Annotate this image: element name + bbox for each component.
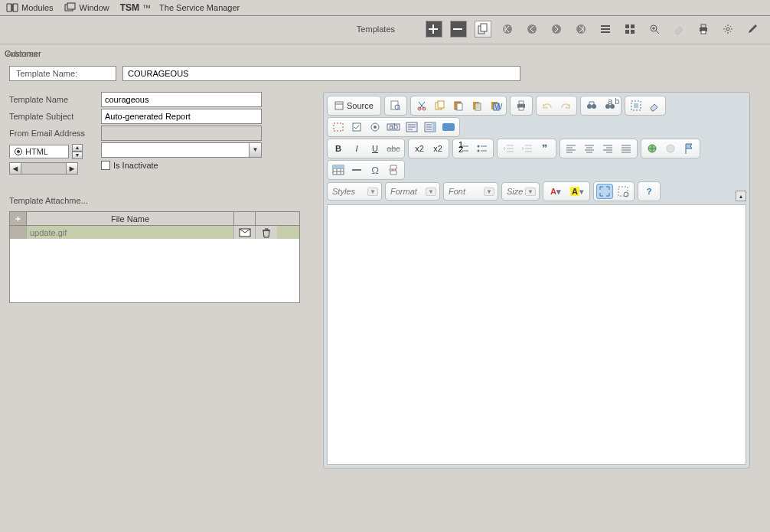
list-button[interactable] [597, 21, 614, 38]
erase-button[interactable] [670, 21, 687, 38]
ck-select-button[interactable] [422, 119, 439, 135]
copy-button[interactable] [475, 21, 491, 38]
svg-rect-18 [335, 102, 343, 109]
edit-button[interactable] [744, 21, 761, 38]
first-button[interactable] [499, 21, 516, 38]
ck-cut-button[interactable] [413, 98, 430, 113]
ck-anchor-button[interactable] [680, 141, 697, 156]
ck-align-justify-button[interactable] [618, 141, 635, 156]
print-button[interactable] [695, 21, 712, 38]
ck-subscript-button[interactable]: x2 [411, 141, 428, 156]
ck-special-button[interactable]: Ω [367, 162, 383, 178]
brand: TSM™ The Service Manager [120, 2, 240, 13]
ck-bgcolor-button[interactable]: A▾ [567, 184, 587, 199]
next-button[interactable] [548, 21, 565, 38]
h-scrollbar[interactable]: ◄► [9, 162, 101, 175]
brand-long: The Service Manager [159, 3, 240, 12]
ck-align-left-button[interactable] [563, 141, 579, 156]
format-html-option[interactable]: HTML [9, 145, 69, 158]
ck-strike-button[interactable]: abc [385, 141, 402, 156]
ck-checkbox-button[interactable] [348, 119, 365, 135]
ck-radio-button[interactable] [367, 119, 383, 135]
add-attachment-button[interactable]: ＋ [10, 212, 27, 225]
delete-button[interactable] [450, 21, 467, 38]
ck-unlink-button[interactable] [662, 141, 679, 156]
ck-selectall-button[interactable] [628, 98, 644, 113]
row-delete-button[interactable] [256, 226, 277, 239]
table-row[interactable]: update.gif [10, 226, 299, 239]
copy-icon [478, 24, 488, 34]
ck-maximize-button[interactable] [596, 184, 613, 199]
ck-link-button[interactable] [644, 141, 661, 156]
ck-underline-button[interactable]: U [367, 141, 383, 156]
col-file-name[interactable]: File Name [27, 212, 234, 225]
ck-preview-button[interactable] [387, 98, 404, 113]
ck-pagebreak-button[interactable] [385, 162, 402, 178]
ck-paste-button[interactable] [450, 98, 467, 113]
book-icon [6, 2, 18, 13]
last-button[interactable] [573, 21, 589, 38]
template-subject-input[interactable] [101, 109, 262, 124]
ck-form-button[interactable] [330, 119, 347, 135]
format-spinner[interactable]: ▲▼ [72, 144, 83, 159]
ck-undo-button[interactable] [539, 98, 556, 113]
template-name-header-label: Template Name: [9, 66, 116, 81]
ck-paste-text-button[interactable] [468, 98, 485, 113]
ck-quote-button[interactable]: ❞ [537, 141, 553, 156]
ck-format-select[interactable]: Format [385, 182, 440, 201]
ck-indent-button[interactable] [518, 141, 535, 156]
ck-superscript-button[interactable]: x2 [429, 141, 446, 156]
ck-textfield-button[interactable]: ab [385, 119, 402, 135]
svg-text:a b: a b [608, 96, 619, 106]
editor-canvas[interactable] [327, 204, 746, 465]
ck-table-button[interactable] [330, 162, 347, 178]
ck-font-select[interactable]: Font [443, 182, 498, 201]
grid-button[interactable] [622, 21, 638, 38]
menu-window[interactable]: Window [64, 2, 109, 13]
ck-align-right-button[interactable] [599, 141, 616, 156]
ck-find-button[interactable] [583, 98, 600, 113]
ck-replace-button[interactable]: a b [602, 98, 618, 113]
row-mail-button[interactable] [234, 226, 256, 239]
prev-button[interactable] [524, 21, 540, 38]
ck-styles-select[interactable]: Styles [327, 182, 382, 201]
replace-icon: a b [605, 100, 615, 111]
ck-showblocks-button[interactable] [615, 184, 631, 199]
ck-print-button[interactable] [513, 98, 530, 113]
ck-textcolor-button[interactable]: A▾ [546, 184, 566, 199]
svg-rect-8 [625, 24, 629, 28]
settings-button[interactable] [719, 21, 736, 38]
ck-italic-button[interactable]: I [348, 141, 365, 156]
ck-bold-button[interactable]: B [330, 141, 347, 156]
ck-align-center-button[interactable] [581, 141, 598, 156]
zoom-button[interactable] [646, 21, 663, 38]
ol-icon: 12 [458, 144, 469, 153]
menu-modules[interactable]: Modules [6, 2, 54, 13]
ck-numlist-button[interactable]: 12 [455, 141, 472, 156]
dropdown-input[interactable] [101, 142, 262, 158]
template-name-input[interactable] [101, 92, 262, 107]
inactivate-checkbox[interactable]: Is Inactivate [101, 161, 262, 170]
ck-source-button[interactable]: Source [330, 98, 378, 113]
ck-hr-button[interactable] [348, 162, 365, 178]
dropdown-arrow-icon[interactable]: ▼ [249, 143, 261, 157]
ck-button-button[interactable] [440, 119, 457, 135]
ck-removeformat-button[interactable] [646, 98, 663, 113]
ck-textarea-button[interactable] [403, 119, 420, 135]
menu-window-label: Window [80, 3, 109, 12]
new-button[interactable] [426, 21, 442, 38]
scroll-right-icon: ► [66, 162, 78, 175]
svg-rect-51 [442, 123, 455, 131]
from-email-input[interactable] [101, 126, 262, 141]
ck-bullist-button[interactable] [474, 141, 491, 156]
ck-size-select[interactable]: Size [501, 182, 540, 201]
ck-about-button[interactable]: ? [641, 184, 657, 199]
selectfield-icon [425, 122, 436, 132]
ck-collapse-button[interactable]: ▴ [736, 191, 746, 201]
ck-paste-word-button[interactable]: W [487, 98, 504, 113]
ck-redo-button[interactable] [557, 98, 574, 113]
tab-address[interactable]: Address [6, 49, 37, 58]
ck-copy-button[interactable] [432, 98, 449, 113]
ck-outdent-button[interactable] [500, 141, 517, 156]
template-name-header-input[interactable] [122, 66, 520, 81]
